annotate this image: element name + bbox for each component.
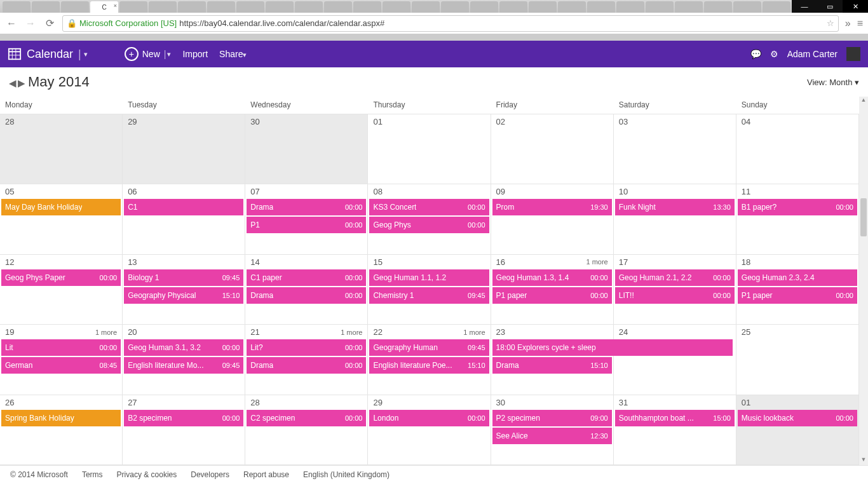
calendar-cell[interactable]: 06C1 [123,184,245,254]
calendar-cell[interactable]: 05May Day Bank Holiday [0,184,123,254]
calendar-cell[interactable]: 12Geog Phys Paper00:00 [0,255,123,325]
event[interactable]: Geog Human 3.1, 3.200:00 [124,339,243,356]
event[interactable]: Drama00:00 [247,357,366,374]
gear-icon[interactable]: ⚙ [770,49,778,59]
event[interactable]: C2 specimen00:00 [247,410,366,426]
scrollbar-thumb[interactable] [860,198,867,236]
event[interactable]: Geog Phys00:00 [369,217,489,233]
event[interactable]: English literature Mo...09:45 [124,357,243,374]
calendar-cell[interactable]: 11B1 paper?00:00 [736,184,859,254]
overflow-icon[interactable]: » [845,18,851,29]
browser-tab[interactable] [763,1,790,13]
avatar[interactable] [846,47,860,61]
event[interactable]: Geog Phys Paper00:00 [1,269,121,286]
event[interactable]: KS3 Concert00:00 [369,199,489,215]
calendar-cell[interactable]: 2318:00 Explorers cycle + sleepDrama15:1… [491,325,614,395]
chat-icon[interactable]: 💬 [750,49,761,59]
chrome-menu-icon[interactable]: ≡ [857,18,863,29]
calendar-cell[interactable]: 211 moreLit?00:00Drama00:00 [245,325,368,395]
browser-tab[interactable] [675,1,703,13]
browser-tab[interactable] [383,1,410,13]
calendar-cell[interactable]: 17Geog Human 2.1, 2.200:00LIT!!00:00 [614,255,736,325]
address-bar[interactable]: 🔒 Microsoft Corporation [US] https://bay… [62,15,839,32]
event[interactable]: Geog Human 2.1, 2.200:00 [615,269,735,286]
event[interactable]: P100:00 [247,217,366,233]
browser-tab[interactable] [499,1,527,13]
browser-tab[interactable] [558,1,586,13]
privacy-link[interactable]: Privacy & cookies [117,470,177,479]
event[interactable]: May Day Bank Holiday [1,199,121,215]
event[interactable]: P1 paper00:00 [492,287,612,304]
browser-tab[interactable] [32,1,60,13]
calendar-cell[interactable]: 10Funk Night13:30 [614,184,736,254]
minimize-button[interactable]: — [792,0,817,13]
calendar-cell[interactable]: 29London00:00 [368,395,491,465]
new-button[interactable]: + New | ▾ [125,47,172,61]
browser-tab[interactable] [295,1,323,13]
browser-tab[interactable] [733,1,761,13]
browser-tab[interactable] [353,1,381,13]
browser-tab[interactable] [529,1,557,13]
calendar-cell[interactable]: 27B2 specimen00:00 [123,395,245,465]
event[interactable]: German08:45 [1,357,121,374]
calendar-cell[interactable]: 04 [736,114,859,184]
calendar-cell[interactable]: 25 [736,325,859,395]
calendar-cell[interactable]: 15Geog Human 1.1, 1.2Chemistry 109:45 [368,255,491,325]
calendar-cell[interactable]: 24 [614,325,736,395]
browser-tab-active[interactable]: C × [90,1,118,13]
calendar-cell[interactable]: 13Biology 109:45Geography Physical15:10 [123,255,245,325]
terms-link[interactable]: Terms [82,470,103,479]
event[interactable]: Prom19:30 [492,199,612,215]
browser-tab[interactable] [587,1,615,13]
close-button[interactable]: ✕ [843,0,868,13]
event[interactable]: Biology 109:45 [124,269,243,286]
browser-tab[interactable] [61,1,89,13]
calendar-cell[interactable]: 01 [368,114,491,184]
event[interactable]: C1 [124,199,243,215]
more-events-link[interactable]: 1 more [95,329,117,336]
import-button[interactable]: Import [182,49,208,59]
calendar-cell[interactable]: 30P2 specimen09:00See Alice12:30 [491,395,614,465]
user-name[interactable]: Adam Carter [787,49,837,59]
calendar-cell[interactable]: 28C2 specimen00:00 [245,395,368,465]
tab-close-icon[interactable]: × [114,3,117,9]
event[interactable]: Drama00:00 [247,287,366,304]
event[interactable]: P2 specimen09:00 [492,410,612,426]
calendar-cell[interactable]: 31Southhampton boat ...15:00 [614,395,736,465]
calendar-cell[interactable]: 30 [245,114,368,184]
browser-tab[interactable] [646,1,674,13]
browser-tab[interactable] [324,1,352,13]
developers-link[interactable]: Developers [191,470,229,479]
event[interactable]: Lit00:00 [1,339,121,356]
calendar-cell[interactable]: 29 [123,114,245,184]
event[interactable]: P1 paper00:00 [738,287,857,304]
app-title[interactable]: Calendar | ▾ [8,47,88,61]
calendar-cell[interactable]: 221 moreGeography Human09:45English lite… [368,325,491,395]
browser-tab[interactable] [178,1,206,13]
event[interactable]: Music lookback00:00 [738,410,857,426]
forward-button[interactable]: → [24,17,37,30]
browser-tab[interactable] [266,1,294,13]
vertical-scrollbar[interactable]: ▲ ▼ [859,97,868,465]
next-month-button[interactable]: ▶ [18,78,25,88]
calendar-cell[interactable]: 161 moreGeog Human 1.3, 1.400:00P1 paper… [491,255,614,325]
chevron-down-icon[interactable]: ▾ [167,50,171,58]
event[interactable]: Spring Bank Holiday [1,410,121,426]
back-button[interactable]: ← [5,17,18,30]
event[interactable]: Geog Human 1.3, 1.400:00 [492,269,612,286]
calendar-cell[interactable]: 26Spring Bank Holiday [0,395,123,465]
browser-tab[interactable] [149,1,177,13]
browser-tab[interactable] [412,1,440,13]
locale-link[interactable]: English (United Kingdom) [303,470,390,479]
browser-tab[interactable] [207,1,235,13]
more-events-link[interactable]: 1 more [341,329,362,336]
event[interactable]: Geography Human09:45 [369,339,489,356]
calendar-cell[interactable]: 20Geog Human 3.1, 3.200:00English litera… [123,325,245,395]
scroll-down-icon[interactable]: ▼ [859,456,868,465]
calendar-cell[interactable]: 01Music lookback00:00 [736,395,859,465]
browser-tab[interactable] [616,1,644,13]
prev-month-button[interactable]: ◀ [9,78,17,88]
view-picker[interactable]: View: Month ▾ [807,78,859,87]
calendar-cell[interactable]: 18Geog Human 2.3, 2.4P1 paper00:00 [736,255,859,325]
event[interactable]: Lit?00:00 [247,339,366,356]
